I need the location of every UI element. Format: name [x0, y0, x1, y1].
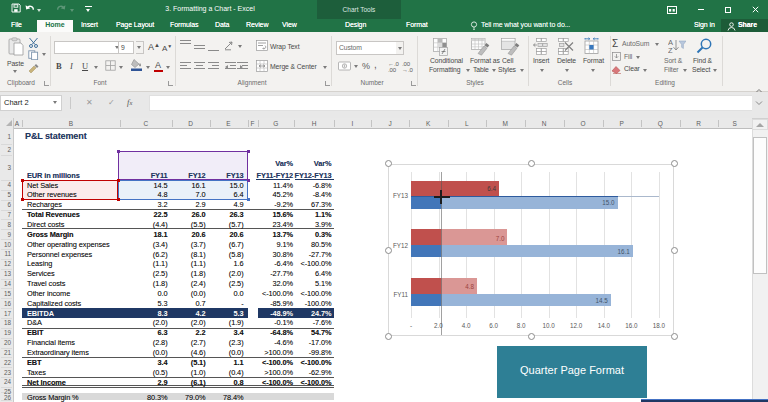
svg-text:Z: Z — [668, 46, 673, 54]
